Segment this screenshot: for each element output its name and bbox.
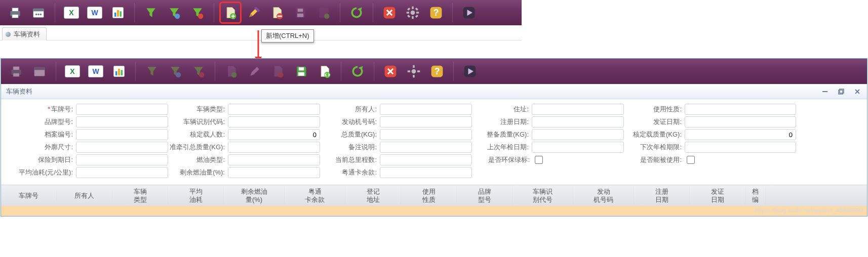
window-minimize-button[interactable] xyxy=(820,87,830,96)
input-vtype[interactable] xyxy=(228,104,320,115)
grid-col-header[interactable]: 档编 xyxy=(745,187,766,204)
calendar-button[interactable] xyxy=(28,3,49,23)
grid-col-header[interactable]: 使用性质 xyxy=(401,187,457,204)
svg-rect-36 xyxy=(13,73,19,77)
input-lastinsp[interactable] xyxy=(532,142,624,153)
checkbox-usable[interactable] xyxy=(687,156,695,164)
grid-col-header[interactable]: 粤通卡余款 xyxy=(285,187,345,204)
save-button[interactable] xyxy=(291,61,311,81)
save-button xyxy=(290,3,310,23)
label-insurexp: 保险到期日: xyxy=(16,155,76,164)
input-ratedload[interactable] xyxy=(685,129,796,140)
svg-rect-4 xyxy=(33,9,44,11)
chart-button[interactable] xyxy=(109,61,129,81)
tooltip-add: 新增(CTRL+N) xyxy=(261,29,314,42)
grid-col-header[interactable]: 发证日期 xyxy=(690,187,745,204)
input-curb[interactable] xyxy=(532,129,624,140)
edit-button[interactable] xyxy=(244,3,264,23)
tab-label: 车辆资料 xyxy=(14,30,40,39)
delete-button[interactable] xyxy=(267,3,287,23)
grid-col-header[interactable]: 车牌号 xyxy=(1,191,57,201)
top-section: X W ? 车辆资料 新增(CTRL+N) xyxy=(0,0,522,40)
filter-toggle-button[interactable] xyxy=(164,3,184,23)
input-ytcard[interactable] xyxy=(380,167,472,178)
input-fuelcons[interactable] xyxy=(76,167,168,178)
grid-col-header[interactable]: 剩余燃油量(%) xyxy=(224,187,285,204)
input-vin[interactable] xyxy=(228,116,320,127)
label-gross: 总质量(KG): xyxy=(320,130,380,139)
input-fueltype[interactable] xyxy=(228,154,320,165)
grid-col-header[interactable]: 登记地址 xyxy=(345,187,401,204)
label-usage: 使用性质: xyxy=(624,105,685,114)
export-excel-button[interactable]: X xyxy=(62,61,83,81)
chart-button[interactable] xyxy=(108,3,128,23)
settings-button[interactable] xyxy=(403,3,423,23)
grid-header: 车牌号所有人车辆类型平均油耗剩余燃油量(%)粤通卡余款登记地址使用性质品牌型号车… xyxy=(1,185,867,206)
svg-point-51 xyxy=(412,69,416,74)
window-restore-button[interactable] xyxy=(837,87,846,96)
window-close-button[interactable] xyxy=(853,87,862,96)
input-remark[interactable] xyxy=(380,142,472,153)
label-owner: 所有人: xyxy=(320,105,380,114)
add-button[interactable] xyxy=(220,3,241,23)
refresh-button[interactable] xyxy=(346,3,367,23)
input-odometer[interactable] xyxy=(380,154,472,165)
filter-clear-button[interactable] xyxy=(187,3,208,23)
grid-col-header[interactable]: 所有人 xyxy=(57,191,112,201)
input-engine[interactable] xyxy=(380,116,472,127)
edit-button xyxy=(245,61,265,81)
export-word-button[interactable]: W xyxy=(85,3,105,23)
play-button[interactable] xyxy=(459,3,479,23)
input-gross[interactable] xyxy=(380,129,472,140)
input-plate[interactable] xyxy=(76,104,168,115)
input-towmass[interactable] xyxy=(228,142,320,153)
help-button[interactable]: ? xyxy=(426,3,446,23)
svg-rect-27 xyxy=(415,15,418,18)
filter-clear-button xyxy=(188,61,209,81)
print-button[interactable] xyxy=(5,3,25,23)
input-addr[interactable] xyxy=(532,104,624,115)
play-button[interactable] xyxy=(460,61,480,81)
label-usable: 是否能被使用: xyxy=(624,155,685,164)
close-button[interactable] xyxy=(379,3,400,23)
grid-col-header[interactable]: 车辆类型 xyxy=(112,187,168,204)
grid-col-header[interactable]: 平均油耗 xyxy=(168,187,224,204)
label-greenlabel: 是否环保绿标: xyxy=(472,155,533,164)
label-issue: 发证日期: xyxy=(624,117,685,126)
input-seats[interactable] xyxy=(228,129,320,140)
svg-rect-28 xyxy=(415,8,418,11)
svg-rect-59 xyxy=(822,91,827,92)
svg-rect-17 xyxy=(298,9,303,12)
grid-col-header[interactable]: 发动机号码 xyxy=(573,187,634,204)
tab-dot-icon xyxy=(6,32,11,37)
grid-insert-row[interactable] xyxy=(1,206,867,216)
svg-point-6 xyxy=(37,14,40,16)
filter-button[interactable] xyxy=(141,3,161,23)
checkbox-greenlabel[interactable] xyxy=(535,156,543,164)
input-usage[interactable] xyxy=(685,104,796,115)
label-vin: 车辆识别代码: xyxy=(168,117,228,126)
input-insurexp[interactable] xyxy=(76,154,168,165)
tab-vehicle-info[interactable]: 车辆资料 xyxy=(2,27,47,40)
input-issue[interactable] xyxy=(685,116,796,127)
input-brand[interactable] xyxy=(76,116,168,127)
calendar-button xyxy=(29,61,50,81)
export-excel-button[interactable]: X xyxy=(61,3,82,23)
input-nextinsp[interactable] xyxy=(685,142,796,153)
close-button[interactable] xyxy=(380,61,401,81)
refresh-button[interactable] xyxy=(347,61,368,81)
input-regdate[interactable] xyxy=(532,116,624,127)
input-owner[interactable] xyxy=(380,104,472,115)
filter-button xyxy=(142,61,162,81)
grid-col-header[interactable]: 注册日期 xyxy=(634,187,690,204)
help-button[interactable]: ? xyxy=(427,61,447,81)
input-fuelleft[interactable] xyxy=(228,167,320,178)
save-new-button[interactable] xyxy=(314,61,335,81)
grid-col-header[interactable]: 品牌型号 xyxy=(457,187,512,204)
settings-button[interactable] xyxy=(404,61,424,81)
export-word-button[interactable]: W xyxy=(86,61,106,81)
grid-col-header[interactable]: 车辆识别代号 xyxy=(512,187,573,204)
input-dims[interactable] xyxy=(76,142,168,153)
filter-toggle-button xyxy=(165,61,185,81)
input-fileno[interactable] xyxy=(76,129,168,140)
